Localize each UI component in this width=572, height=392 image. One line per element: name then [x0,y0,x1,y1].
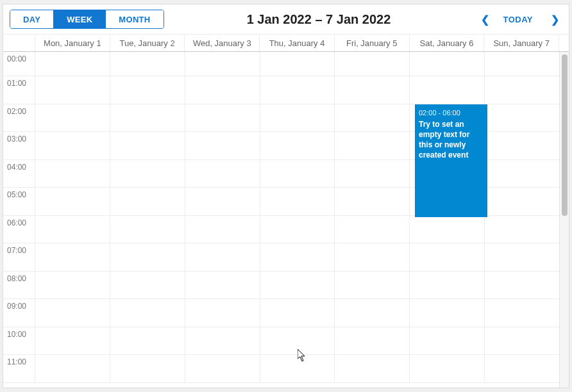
day-cell[interactable] [35,76,110,104]
day-cell[interactable] [110,216,185,243]
today-button[interactable]: TODAY [495,11,541,28]
day-cell[interactable] [335,243,410,271]
hour-row[interactable]: 11:00 [3,355,559,383]
day-cell[interactable] [410,272,485,299]
day-cell[interactable] [260,243,335,271]
day-cell[interactable] [485,243,559,271]
day-cell[interactable] [335,160,410,188]
view-month-button[interactable]: MONTH [105,10,163,28]
day-header-sun[interactable]: Sun, January 7 [484,35,559,51]
day-cell[interactable] [485,188,559,215]
day-cell[interactable] [110,243,185,271]
day-cell[interactable] [335,272,410,299]
day-cell[interactable] [185,132,260,159]
day-cell[interactable] [185,52,260,76]
day-header-thu[interactable]: Thu, January 4 [260,35,335,51]
day-cell[interactable] [485,355,559,382]
day-cell[interactable] [35,272,110,299]
day-cell[interactable] [110,299,185,327]
day-cell[interactable] [185,76,260,104]
next-button[interactable]: ❯ [543,10,562,29]
day-cell[interactable] [335,327,410,355]
day-cell[interactable] [35,188,110,215]
day-cell[interactable] [260,299,335,327]
hour-row[interactable]: 01:00 [3,76,559,104]
day-cell[interactable] [35,104,110,132]
day-cell[interactable] [485,216,559,243]
day-cell[interactable] [485,132,559,159]
view-day-button[interactable]: DAY [10,10,53,28]
day-cell[interactable] [485,76,559,104]
day-cell[interactable] [260,355,335,382]
hour-row[interactable]: 00:00 [3,52,559,76]
day-cell[interactable] [335,216,410,243]
day-header-sat[interactable]: Sat, January 6 [410,35,485,51]
day-cell[interactable] [260,216,335,243]
day-cell[interactable] [35,299,110,327]
day-cell[interactable] [260,272,335,299]
day-cell[interactable] [260,132,335,159]
day-cell[interactable] [185,355,260,382]
day-cell[interactable] [110,355,185,382]
day-cell[interactable] [110,132,185,159]
prev-button[interactable]: ❮ [473,10,492,29]
day-cell[interactable] [410,52,485,76]
day-cell[interactable] [335,76,410,104]
day-cell[interactable] [260,160,335,188]
day-header-fri[interactable]: Fri, January 5 [335,35,410,51]
day-cell[interactable] [35,327,110,355]
day-cell[interactable] [185,188,260,215]
day-cell[interactable] [260,327,335,355]
day-cell[interactable] [260,188,335,215]
day-cell[interactable] [410,327,485,355]
day-cell[interactable] [485,104,559,132]
day-cell[interactable] [335,188,410,215]
grid-rows[interactable]: 00:0001:0002:0003:0004:0005:0006:0007:00… [3,52,559,388]
hour-row[interactable]: 07:00 [3,243,559,272]
day-cell[interactable] [485,327,559,355]
day-cell[interactable] [110,52,185,76]
day-cell[interactable] [35,160,110,188]
day-cell[interactable] [110,76,185,104]
day-cell[interactable] [185,272,260,299]
day-cell[interactable] [185,299,260,327]
day-cell[interactable] [110,104,185,132]
day-cell[interactable] [410,299,485,327]
vertical-scrollbar[interactable] [559,52,569,388]
day-cell[interactable] [110,188,185,215]
hour-row[interactable]: 06:00 [3,216,559,244]
day-cell[interactable] [485,160,559,188]
day-cell[interactable] [110,160,185,188]
day-cell[interactable] [35,243,110,271]
day-cell[interactable] [335,299,410,327]
day-cell[interactable] [260,104,335,132]
day-cell[interactable] [410,355,485,382]
day-header-mon[interactable]: Mon, January 1 [35,35,110,51]
day-cell[interactable] [485,299,559,327]
day-cell[interactable] [35,216,110,243]
day-cell[interactable] [35,132,110,159]
calendar-event[interactable]: 02:00 - 06:00 Try to set an empty text f… [415,104,487,217]
scrollbar-thumb[interactable] [562,54,568,216]
day-cell[interactable] [335,52,410,76]
day-cell[interactable] [485,52,559,76]
day-cell[interactable] [410,76,485,104]
day-header-wed[interactable]: Wed, January 3 [185,35,260,51]
hour-row[interactable]: 09:00 [3,299,559,327]
day-cell[interactable] [335,104,410,132]
day-cell[interactable] [185,160,260,188]
day-cell[interactable] [335,132,410,159]
day-cell[interactable] [185,104,260,132]
day-cell[interactable] [335,355,410,382]
day-cell[interactable] [185,327,260,355]
day-cell[interactable] [185,216,260,243]
day-header-tue[interactable]: Tue, January 2 [110,35,185,51]
hour-row[interactable]: 10:00 [3,327,559,355]
day-cell[interactable] [110,272,185,299]
hour-row[interactable]: 08:00 [3,272,559,300]
day-cell[interactable] [35,52,110,76]
day-cell[interactable] [260,52,335,76]
day-cell[interactable] [35,355,110,382]
day-cell[interactable] [410,216,485,243]
day-cell[interactable] [485,272,559,299]
